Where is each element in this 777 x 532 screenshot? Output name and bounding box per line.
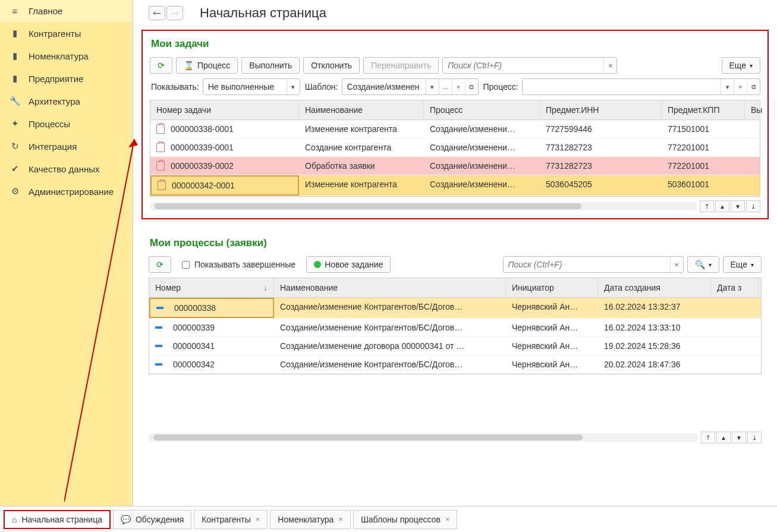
sync-icon: ↻ xyxy=(8,141,21,152)
table-row[interactable]: 000000342-0001Изменение контрагентаСозда… xyxy=(150,175,760,196)
bottom-tab[interactable]: Шаблоны процессов× xyxy=(353,510,458,529)
processes-search-clear[interactable]: × xyxy=(670,257,683,272)
column-header[interactable]: Наименование xyxy=(299,100,424,119)
filter-show-select[interactable]: Не выполненные ▾ xyxy=(203,78,300,95)
sidebar-item-4[interactable]: 🔧Архитектура xyxy=(0,90,133,112)
filter-process-select[interactable]: ▾ × ⧉ xyxy=(522,78,760,95)
sidebar-item-6[interactable]: ↻Интеграция xyxy=(0,135,133,158)
sidebar-item-7[interactable]: ✔Качество данных xyxy=(0,158,133,180)
sidebar-item-1[interactable]: ▮Контрагенты xyxy=(0,22,133,45)
cell-inn: 7731282723 xyxy=(540,138,662,156)
processes-search-input[interactable] xyxy=(504,260,670,269)
filter-show-value: Не выполненные xyxy=(203,79,287,95)
expand-icon[interactable]: ⧉ xyxy=(465,79,478,95)
cell-process: Создание/изменени… xyxy=(424,138,540,156)
refresh-button[interactable]: ⟳ xyxy=(150,57,172,74)
page-last-button[interactable]: ⤓ xyxy=(747,432,762,443)
cell-name: Создание контрагента xyxy=(299,138,424,156)
search-dropdown-button[interactable]: 🔍▾ xyxy=(687,256,719,273)
bottom-tab-label: Контрагенты xyxy=(202,515,250,524)
page-down-button[interactable]: ▼ xyxy=(731,200,745,212)
process-button[interactable]: ⌛Процесс xyxy=(176,57,238,74)
tasks-search-input[interactable] xyxy=(443,61,603,70)
table-row[interactable]: 000000339-0002Обработка заявкиСоздание/и… xyxy=(150,157,760,175)
processes-more-button[interactable]: Еще▾ xyxy=(723,256,762,273)
sidebar-item-8[interactable]: ⚙Администрирование xyxy=(0,180,133,203)
status-bar-icon xyxy=(155,363,162,366)
column-header[interactable]: Номер↓ xyxy=(149,278,274,297)
nav-back-button[interactable]: 🡐 xyxy=(149,6,165,20)
clipboard-icon xyxy=(156,143,165,152)
filter-template-select[interactable]: Создание/изменен ▾ … × ⧉ xyxy=(342,78,479,95)
table-row[interactable]: 000000338-0001Изменение контрагентаСозда… xyxy=(150,120,760,138)
bottom-tab[interactable]: 💬Обсуждения xyxy=(113,510,191,529)
sidebar-item-label: Интеграция xyxy=(29,141,77,152)
page-first-button[interactable]: ⤒ xyxy=(700,200,714,212)
bottom-tab[interactable]: Контрагенты× xyxy=(194,510,268,529)
sidebar-item-5[interactable]: ✦Процессы xyxy=(0,112,133,135)
page-down-button[interactable]: ▼ xyxy=(732,432,746,443)
refresh-icon: ⟳ xyxy=(156,260,163,269)
processes-more-label: Еще xyxy=(731,260,748,269)
sidebar-item-2[interactable]: ▮Номенклатура xyxy=(0,45,133,67)
chevron-down-icon[interactable]: ▾ xyxy=(721,79,734,95)
chevron-down-icon[interactable]: ▾ xyxy=(426,79,439,95)
my-processes-title: Мои процессы (заявки) xyxy=(150,237,762,249)
close-icon[interactable]: × xyxy=(338,515,343,524)
column-header[interactable]: Процесс xyxy=(424,100,540,119)
chevron-down-icon: ▾ xyxy=(709,262,712,268)
clear-button[interactable]: × xyxy=(734,79,747,95)
tasks-search[interactable]: × xyxy=(442,57,617,74)
column-header[interactable]: Дата з xyxy=(711,278,759,297)
cell-number: 000000339 xyxy=(173,323,215,332)
sidebar-item-label: Предприятие xyxy=(29,74,83,84)
horizontal-scrollbar[interactable] xyxy=(150,202,697,210)
redirect-button[interactable]: Перенаправить xyxy=(363,57,439,74)
table-row[interactable]: 000000338Создание/изменение Контрагентов… xyxy=(149,298,761,319)
expand-icon[interactable]: ⧉ xyxy=(747,79,760,95)
table-row[interactable]: 000000339-0001Создание контрагентаСоздан… xyxy=(150,138,760,157)
sidebar-item-label: Архитектура xyxy=(29,96,80,106)
processes-search[interactable]: × xyxy=(503,256,684,273)
chevron-down-icon: ▾ xyxy=(750,62,753,69)
sidebar-item-0[interactable]: ≡Главное xyxy=(0,0,133,22)
cell-name: Обработка заявки xyxy=(299,157,424,175)
tasks-search-clear[interactable]: × xyxy=(603,58,616,73)
page-last-button[interactable]: ⤓ xyxy=(746,200,760,212)
bottom-tab[interactable]: Номенклатура× xyxy=(270,510,351,529)
column-header[interactable]: Предмет.ИНН xyxy=(540,100,662,119)
sidebar-item-3[interactable]: ▮Предприятие xyxy=(0,67,133,90)
bottom-tabs: ⌂Начальная страница💬ОбсужденияКонтрагент… xyxy=(0,506,777,532)
execute-button[interactable]: Выполнить xyxy=(241,57,300,74)
nav-forward-button[interactable]: 🡒 xyxy=(166,6,183,20)
close-icon[interactable]: × xyxy=(256,515,260,524)
column-header[interactable]: Наименование xyxy=(274,278,506,297)
page-up-button[interactable]: ▲ xyxy=(716,432,731,443)
sidebar: ≡Главное▮Контрагенты▮Номенклатура▮Предпр… xyxy=(0,0,133,532)
column-header[interactable]: Вы xyxy=(745,100,775,119)
chevron-down-icon[interactable]: ▾ xyxy=(287,79,300,95)
refresh-button[interactable]: ⟳ xyxy=(149,256,171,273)
table-row[interactable]: 000000342Создание/изменение Контрагентов… xyxy=(149,355,761,374)
ellipsis-button[interactable]: … xyxy=(439,79,452,95)
table-row[interactable]: 000000341Создание/изменение договора 000… xyxy=(149,337,761,355)
table-row[interactable]: 000000339Создание/изменение Контрагентов… xyxy=(149,319,761,337)
horizontal-scrollbar[interactable] xyxy=(149,433,699,442)
page-first-button[interactable]: ⤒ xyxy=(701,432,715,443)
tasks-more-button[interactable]: Еще▾ xyxy=(722,57,761,74)
cell-number: 000000338 xyxy=(174,303,216,313)
show-completed-checkbox[interactable]: Показывать завершенные xyxy=(175,256,303,273)
column-header[interactable]: Дата создания xyxy=(598,278,711,297)
cell-extra xyxy=(745,138,775,156)
close-icon[interactable]: × xyxy=(445,515,450,524)
column-header[interactable]: Предмет.КПП xyxy=(662,100,745,119)
my-tasks-panel: Мои задачи ⟳ ⌛Процесс Выполнить Отклонит… xyxy=(141,30,769,219)
page-up-button[interactable]: ▲ xyxy=(715,200,729,212)
show-completed-input[interactable] xyxy=(182,261,190,269)
column-header[interactable]: Инициатор xyxy=(506,278,598,297)
clear-button[interactable]: × xyxy=(452,79,465,95)
bottom-tab[interactable]: ⌂Начальная страница xyxy=(4,510,111,529)
column-header[interactable]: Номер задачи xyxy=(150,100,299,119)
reject-button[interactable]: Отклонить xyxy=(303,57,360,74)
new-task-button[interactable]: Новое задание xyxy=(306,256,391,273)
